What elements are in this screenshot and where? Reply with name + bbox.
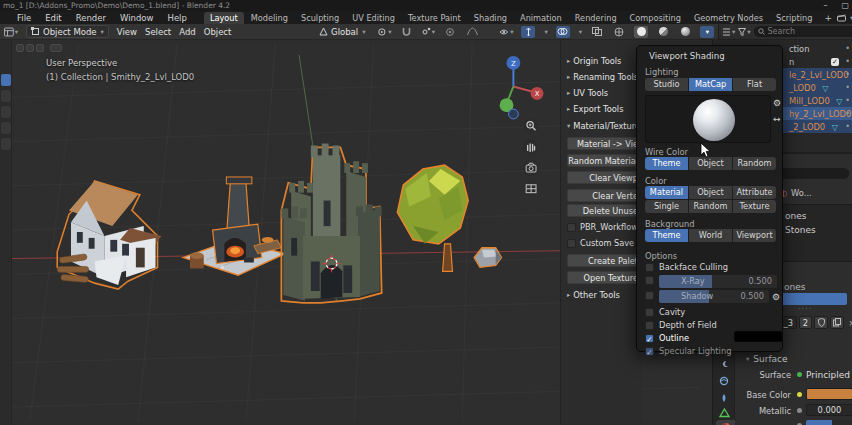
random-material-button[interactable]: Random Material [567, 154, 641, 167]
tab-modifiers-icon[interactable] [716, 358, 732, 372]
tab-animation[interactable]: Animation [514, 12, 568, 24]
menu-object[interactable]: Object [204, 27, 232, 37]
create-palette-button[interactable]: Create Palet [567, 254, 641, 267]
move-tool[interactable] [1, 106, 11, 118]
roughness-slider[interactable] [806, 420, 852, 425]
unlink-material-button[interactable]: × [846, 318, 852, 328]
lighting-flat-button[interactable]: Flat [733, 78, 776, 91]
snap-toggle[interactable] [399, 26, 413, 38]
resize-grip[interactable]: ···· [798, 305, 812, 314]
lighting-studio-button[interactable]: Studio [645, 78, 688, 91]
section-renaming-tools[interactable]: ▸Renaming Tools [566, 72, 638, 82]
menu-view[interactable]: View [117, 27, 137, 37]
wire-random-button[interactable]: Random [733, 157, 776, 170]
background-world-button[interactable]: World [689, 229, 732, 242]
tab-object-data-icon[interactable] [716, 406, 732, 420]
xray-toggle[interactable] [590, 26, 604, 38]
proportional-editing-toggle[interactable] [443, 26, 457, 38]
maximize-button[interactable]: ▢ [841, 1, 849, 10]
scene-selector[interactable]: ▾ Scene × [837, 13, 852, 23]
lighting-matcap-button[interactable]: MatCap [689, 78, 732, 91]
duplicate-material-button[interactable] [830, 316, 844, 329]
clear-viewport-button[interactable]: Clear Viewp [567, 171, 641, 184]
wire-object-button[interactable]: Object [689, 157, 732, 170]
color-object-button[interactable]: Object [689, 186, 732, 199]
users-count-button[interactable]: 2 [799, 316, 812, 329]
tab-layout[interactable]: Layout [204, 12, 244, 24]
tab-scripting[interactable]: Scripting [770, 12, 818, 24]
section-uv-tools[interactable]: ▸UV Tools [566, 88, 608, 98]
matcap-preview[interactable] [645, 95, 771, 143]
outliner-display-mode-dropdown[interactable]: ▾ [722, 26, 735, 38]
menu-file[interactable]: File [10, 13, 38, 23]
transform-orientation-dropdown[interactable]: Global▾ [315, 25, 369, 38]
fake-user-shield-button[interactable] [814, 316, 828, 329]
gizmo-z-neg[interactable] [508, 109, 518, 119]
select-mode-icon-4[interactable] [50, 44, 62, 52]
section-origin-tools[interactable]: ▸Origin Tools [566, 56, 621, 66]
rotate-tool[interactable] [1, 122, 11, 134]
tab-texture-paint[interactable]: Texture Paint [402, 12, 467, 24]
editor-type-icon[interactable]: ▾ [4, 26, 18, 38]
select-box-tool[interactable] [1, 74, 11, 86]
shading-solid-button[interactable] [634, 26, 648, 38]
color-single-button[interactable]: Single [645, 200, 688, 213]
add-workspace-button[interactable]: + [819, 13, 837, 23]
outline-checkbox[interactable]: Outline [645, 333, 689, 343]
xray-slider[interactable]: X-Ray0.500 [659, 275, 777, 288]
material-to-viewport-button[interactable]: Material -> Vie [567, 137, 641, 150]
tab-material-icon[interactable] [716, 420, 735, 425]
tab-physics-icon[interactable] [716, 374, 732, 388]
metallic-value-field[interactable]: 0.000 [806, 404, 852, 416]
menu-edit[interactable]: Edit [38, 13, 68, 23]
tab-rendering[interactable]: Rendering [569, 12, 623, 24]
overlays-dropdown-icon[interactable]: ▾ [579, 28, 582, 36]
gizmos-dropdown-icon[interactable]: ▾ [544, 28, 547, 36]
outliner-filter-dropdown[interactable]: ▾ [738, 26, 750, 38]
matcap-flip-icon[interactable]: ↔ [773, 114, 781, 124]
shading-dropdown-button[interactable]: ▾ [700, 26, 714, 38]
tab-geometry-nodes[interactable]: Geometry Nodes [688, 12, 769, 24]
menu-window[interactable]: Window [113, 13, 161, 23]
menu-select[interactable]: Select [145, 27, 171, 37]
select-mode-icon-2[interactable] [26, 44, 34, 52]
overlays-toggle[interactable] [556, 26, 570, 38]
gizmos-toggle[interactable] [521, 26, 535, 38]
tab-uv-editing[interactable]: UV Editing [346, 12, 401, 24]
menu-add[interactable]: Add [179, 27, 195, 37]
perspective-toggle-button[interactable] [523, 181, 539, 197]
tab-modeling[interactable]: Modeling [245, 12, 294, 24]
shadow-checkbox[interactable] [645, 291, 654, 300]
delete-unused-button[interactable]: Delete Unuse [567, 204, 641, 217]
background-theme-button[interactable]: Theme [645, 229, 688, 242]
zoom-button[interactable] [523, 118, 539, 134]
camera-view-button[interactable] [523, 160, 539, 176]
matcap-sphere[interactable] [693, 99, 735, 141]
cavity-checkbox[interactable]: Cavity [645, 307, 685, 317]
pan-button[interactable] [523, 140, 539, 156]
material-slot-1[interactable]: Stones [785, 225, 816, 235]
color-material-button[interactable]: Material [645, 186, 688, 199]
material-slot-0[interactable]: ones [785, 211, 806, 221]
collection-checkbox[interactable] [831, 58, 839, 66]
color-texture-button[interactable]: Texture [733, 200, 776, 213]
scale-tool[interactable] [1, 138, 11, 150]
shading-wireframe-button[interactable] [612, 26, 626, 38]
depth-of-field-checkbox[interactable]: Depth of Field [645, 320, 717, 330]
snap-settings-dropdown[interactable]: ▾ [421, 26, 435, 38]
tab-shading[interactable]: Shading [468, 12, 513, 24]
shading-rendered-button[interactable] [678, 26, 692, 38]
pbr-workflow-checkbox[interactable]: PBR_Workflow [567, 222, 638, 232]
clear-vertex-button[interactable]: Clear Verte [567, 189, 641, 202]
breadcrumb-material[interactable]: Wo... [791, 188, 812, 198]
background-viewport-button[interactable]: Viewport [733, 229, 776, 242]
color-random-button[interactable]: Random [689, 200, 732, 213]
specular-lighting-checkbox[interactable]: Specular Lighting [645, 346, 731, 356]
menu-help[interactable]: Help [160, 13, 193, 23]
surface-shader-value[interactable]: Principled BS... [806, 370, 852, 380]
shading-material-button[interactable] [656, 26, 670, 38]
xray-checkbox[interactable] [645, 276, 654, 285]
select-mode-icon-3[interactable] [36, 44, 44, 52]
shadow-slider[interactable]: Shadow0.500 [659, 290, 769, 303]
tab-sculpting[interactable]: Sculpting [295, 12, 345, 24]
